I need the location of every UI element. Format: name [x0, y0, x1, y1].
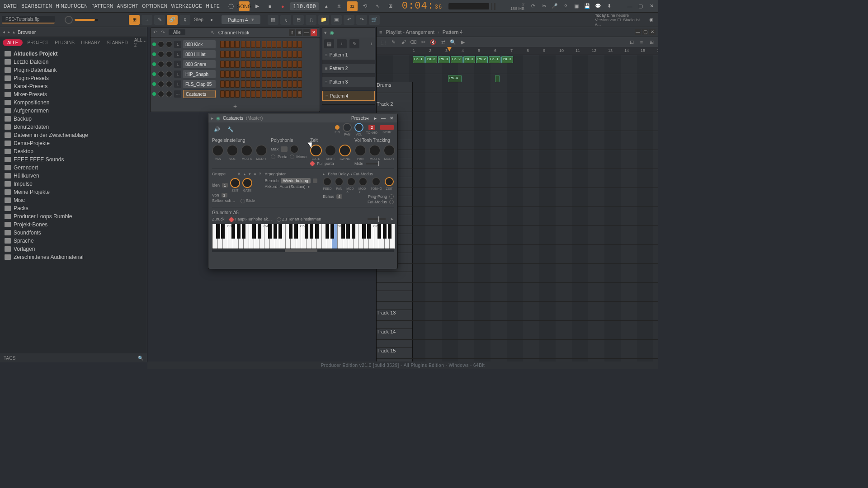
- channel-pan-knob[interactable]: [158, 61, 164, 67]
- channel-route[interactable]: 1: [174, 41, 181, 48]
- echo-modx-knob[interactable]: [347, 177, 356, 186]
- piano-black-key[interactable]: [221, 224, 225, 239]
- step-cell[interactable]: [246, 41, 250, 48]
- step-cell[interactable]: [256, 90, 260, 98]
- view-browser-btn[interactable]: 📁: [318, 15, 329, 25]
- playlist-track[interactable]: [377, 283, 658, 302]
- pl-max-icon[interactable]: ▢: [642, 29, 648, 35]
- pl-tool-zoom[interactable]: 🔍: [449, 38, 457, 46]
- news-panel[interactable]: Today Eine neuere Version von FL Studio …: [595, 13, 645, 27]
- step-cell[interactable]: [225, 70, 230, 78]
- browser-search-icon[interactable]: 🔍: [138, 356, 143, 361]
- channel-pan-knob[interactable]: [158, 51, 164, 57]
- channel-name[interactable]: 808 HiHat: [183, 50, 216, 58]
- step-cell[interactable]: [262, 41, 266, 48]
- plugin-vol-knob[interactable]: [354, 123, 363, 132]
- channel-route[interactable]: 1: [174, 80, 181, 88]
- step-cell[interactable]: [225, 90, 230, 98]
- browser-tab-starred[interactable]: STARRED: [105, 39, 130, 46]
- plugin-en-led[interactable]: [335, 125, 340, 130]
- echo-fat-radio[interactable]: [389, 200, 394, 204]
- plugin-presets-label[interactable]: Presets: [356, 115, 362, 121]
- menu-werkzeuge[interactable]: WERKZEUGE: [169, 4, 204, 9]
- tree-item[interactable]: Hüllkurven: [0, 172, 147, 180]
- playlist-breadcrumb[interactable]: Playlist - Arrangement › Pattern 4: [386, 29, 462, 35]
- poly-slide-knob[interactable]: [290, 145, 299, 154]
- view-pianoroll-btn[interactable]: ♫: [280, 15, 291, 25]
- piano-black-key[interactable]: [268, 224, 272, 239]
- arp-auto-label[interactable]: Auto (Sustain): [280, 184, 306, 189]
- playlist-clip[interactable]: Pa..2: [425, 56, 437, 63]
- step-cell[interactable]: [256, 61, 260, 68]
- rack-graph-icon[interactable]: ⫿: [289, 29, 295, 36]
- step-cell[interactable]: [262, 61, 266, 68]
- rack-wave-icon[interactable]: ∿: [211, 29, 215, 35]
- shop-btn[interactable]: 🛒: [369, 15, 380, 25]
- news-icon[interactable]: ▣: [571, 2, 581, 11]
- grp-eq-icon[interactable]: ≡: [254, 172, 256, 176]
- channel-pan-knob[interactable]: [158, 71, 164, 77]
- channel-route[interactable]: ---: [174, 90, 181, 98]
- grp-von-val[interactable]: 1: [222, 193, 227, 197]
- channel-pan-knob[interactable]: [158, 81, 164, 87]
- rack-grid-icon[interactable]: ⊞: [296, 29, 302, 36]
- pl-tool-erase[interactable]: ⌫: [409, 38, 417, 46]
- view-plugin-btn[interactable]: ▣: [331, 15, 342, 25]
- pattern-item[interactable]: ≡Pattern 4: [322, 91, 375, 101]
- channel-mute-led[interactable]: [152, 82, 156, 86]
- step-cell[interactable]: [288, 61, 292, 68]
- piano-scrollbar[interactable]: [212, 249, 394, 252]
- plugin-track-slider[interactable]: [380, 125, 394, 130]
- countdown-icon[interactable]: ⧖: [334, 2, 344, 11]
- refresh-icon[interactable]: ⟳: [528, 2, 538, 11]
- piano-black-key[interactable]: [352, 224, 355, 239]
- step-cell[interactable]: [246, 51, 250, 58]
- channel-name[interactable]: Castanets: [183, 90, 216, 98]
- tree-item[interactable]: Meine Projekte: [0, 188, 147, 196]
- pat-add-btn[interactable]: +: [370, 41, 373, 47]
- kbd-tonart-radio[interactable]: [277, 217, 281, 222]
- step-cell[interactable]: [230, 51, 235, 58]
- pl-min-icon[interactable]: —: [635, 29, 641, 35]
- step-cell[interactable]: [288, 70, 292, 78]
- channel-pan-knob[interactable]: [158, 41, 164, 47]
- step-cell[interactable]: [288, 90, 292, 98]
- tree-item[interactable]: Misc: [0, 196, 147, 204]
- zeit-shift-knob[interactable]: [325, 145, 336, 156]
- playlist-track[interactable]: [377, 169, 658, 188]
- menu-optionen[interactable]: OPTIONEN: [140, 4, 169, 9]
- echo-pan-knob[interactable]: [335, 177, 344, 186]
- step-cell[interactable]: [246, 90, 250, 98]
- grp-up-icon[interactable]: ▴: [244, 172, 246, 176]
- playlist-clip[interactable]: Pa..1: [489, 56, 500, 63]
- kbd-haupt-radio[interactable]: [229, 217, 234, 222]
- pat-menu-icon[interactable]: ▾: [324, 30, 327, 36]
- step-cell[interactable]: [297, 80, 302, 88]
- browser-tab-library[interactable]: LIBRARY: [79, 39, 102, 46]
- step-cell[interactable]: [235, 70, 240, 78]
- zeit-swing-knob[interactable]: [339, 145, 351, 156]
- track-pan-knob[interactable]: [354, 145, 366, 156]
- pattern-item[interactable]: ≡Pattern 2: [322, 64, 375, 74]
- step-cell[interactable]: [220, 70, 225, 78]
- step-cell[interactable]: [283, 51, 287, 58]
- step-cell[interactable]: [246, 61, 250, 68]
- step-cell[interactable]: [225, 51, 230, 58]
- tree-item[interactable]: Kompositionen: [0, 99, 147, 107]
- playlist-clip[interactable]: Pa..2: [451, 56, 462, 63]
- help-icon[interactable]: ?: [561, 2, 571, 11]
- step-cell[interactable]: [256, 51, 260, 58]
- menu-ansicht[interactable]: ANSICHT: [115, 4, 140, 9]
- menu-pattern[interactable]: PATTERN: [90, 4, 115, 9]
- playlist-track[interactable]: [377, 226, 658, 245]
- step-cell[interactable]: [235, 90, 240, 98]
- menu-hinzufuegen[interactable]: HINZUFÜGEN: [54, 4, 90, 9]
- step-cell[interactable]: [297, 41, 302, 48]
- playlist-track[interactable]: [377, 150, 658, 169]
- edit-btn[interactable]: ✎: [154, 15, 165, 25]
- pl-view-1[interactable]: ⊡: [627, 38, 636, 46]
- playlist-track[interactable]: [377, 74, 658, 93]
- step-cell[interactable]: [251, 41, 255, 48]
- step-cell[interactable]: [283, 90, 287, 98]
- step-cell[interactable]: [288, 41, 292, 48]
